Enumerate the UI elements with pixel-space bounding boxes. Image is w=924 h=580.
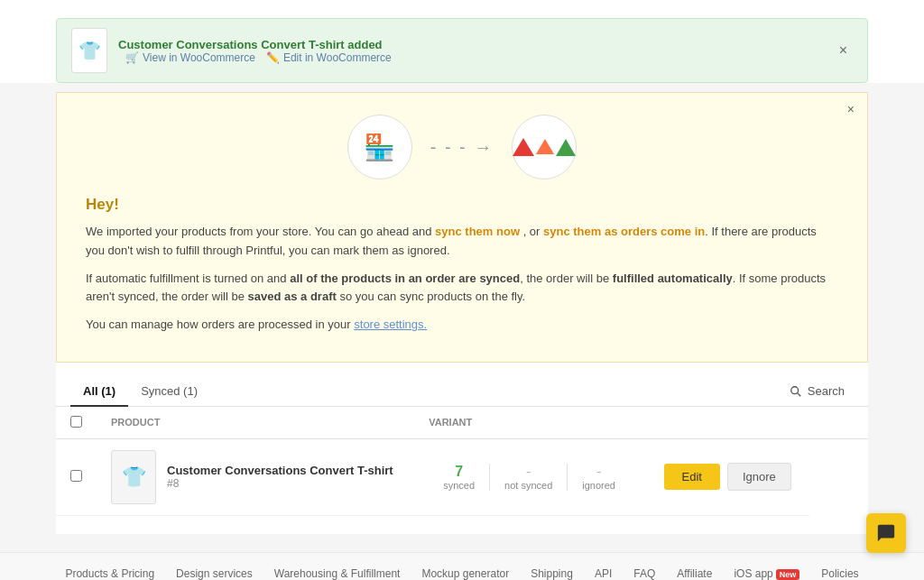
red-triangle — [513, 138, 534, 156]
footer-link[interactable]: Policies — [821, 567, 858, 580]
edit-button[interactable]: Edit — [664, 464, 720, 490]
chat-widget[interactable] — [866, 513, 906, 553]
product-added-label: Customer Conversations Convert T-shirt a… — [118, 38, 383, 51]
tab-all[interactable]: All (1) — [70, 377, 128, 407]
hey-title: Hey! — [86, 196, 838, 214]
product-cell: 👕 Customer Conversations Convert T-shirt… — [111, 450, 400, 504]
footer-link[interactable]: Mockup generator — [421, 567, 509, 580]
footer-link[interactable]: Products & Pricing — [65, 567, 154, 580]
ignore-button[interactable]: Ignore — [727, 463, 791, 491]
pencil-icon: ✏️ — [266, 51, 280, 64]
store-settings-link[interactable]: store settings. — [354, 318, 427, 331]
triangle-logo — [513, 138, 576, 156]
row-checkbox[interactable] — [70, 470, 82, 482]
info-paragraph-3: You can manage how orders are processed … — [86, 316, 838, 335]
info-paragraph-2: If automatic fulfillment is turned on an… — [86, 270, 838, 308]
main-content: × 🏪 - - - → Hey! We imported your produc… — [56, 92, 868, 534]
search-icon — [790, 385, 802, 398]
footer-link[interactable]: API — [595, 567, 612, 580]
sync-now-link[interactable]: sync them now — [435, 225, 520, 238]
store-icon: 🏪 — [347, 115, 412, 180]
footer-link[interactable]: Warehousing & Fulfillment — [274, 567, 401, 580]
variant-column-header: VARIANT — [414, 407, 649, 439]
svg-line-1 — [798, 393, 801, 397]
svg-point-0 — [791, 387, 799, 394]
search-button[interactable]: Search — [781, 379, 854, 403]
synced-stat: 7 synced — [429, 464, 490, 491]
tab-synced[interactable]: Synced (1) — [128, 377, 210, 407]
info-box: × 🏪 - - - → Hey! We imported your produc… — [56, 92, 868, 363]
arrow-dashed: - - - → — [430, 137, 494, 158]
tabs-section: All (1) Synced (1) Search — [56, 363, 868, 407]
info-box-icons: 🏪 - - - → — [86, 115, 838, 180]
product-column-header: PRODUCT — [97, 407, 414, 439]
footer-link[interactable]: FAQ — [633, 567, 655, 580]
view-in-woocommerce-link[interactable]: 🛒 View in WooCommerce — [125, 51, 255, 64]
footer-link[interactable]: Affiliate — [677, 567, 712, 580]
notification-text: Customer Conversations Convert T-shirt a… — [118, 38, 823, 64]
notification-banner: 👕 Customer Conversations Convert T-shirt… — [56, 18, 868, 83]
info-paragraph-1: We imported your products from your stor… — [86, 223, 838, 261]
info-box-close-button[interactable]: × — [847, 102, 855, 116]
edit-in-woocommerce-link[interactable]: ✏️ Edit in WooCommerce — [266, 51, 392, 64]
ignored-dash: - — [582, 464, 615, 480]
ignored-stat: - ignored — [568, 464, 630, 491]
footer-link[interactable]: iOS appNew — [734, 567, 799, 580]
tabs-left: All (1) Synced (1) — [70, 377, 210, 406]
ignored-label: ignored — [582, 480, 615, 491]
variant-stats: 7 synced - not synced - ignored — [429, 464, 634, 491]
product-table: PRODUCT VARIANT 👕 Customer Conversations… — [56, 407, 868, 516]
product-name: Customer Conversations Convert T-shirt — [167, 464, 393, 477]
not-synced-label: not synced — [504, 480, 552, 491]
product-id: #8 — [167, 477, 393, 490]
orange-triangle — [536, 139, 554, 154]
footer-link[interactable]: Design services — [176, 567, 253, 580]
product-thumbnail: 👕 — [71, 28, 107, 73]
footer-link[interactable]: Shipping — [531, 567, 573, 580]
notification-close-button[interactable]: × — [834, 41, 853, 60]
synced-label: synced — [443, 480, 475, 491]
printful-logo-icon — [512, 115, 577, 180]
sync-orders-link[interactable]: sync them as orders come in — [543, 225, 705, 238]
chat-icon — [876, 523, 896, 543]
not-synced-stat: - not synced — [490, 464, 568, 491]
cart-icon: 🛒 — [125, 51, 139, 64]
green-triangle — [556, 139, 576, 156]
not-synced-dash: - — [504, 464, 552, 480]
table-row: 👕 Customer Conversations Convert T-shirt… — [56, 438, 868, 515]
product-image: 👕 — [111, 450, 156, 504]
select-all-checkbox[interactable] — [70, 416, 82, 428]
footer: Products & PricingDesign servicesWarehou… — [0, 552, 924, 580]
synced-count: 7 — [443, 464, 475, 480]
action-buttons: Edit Ignore — [664, 463, 795, 491]
